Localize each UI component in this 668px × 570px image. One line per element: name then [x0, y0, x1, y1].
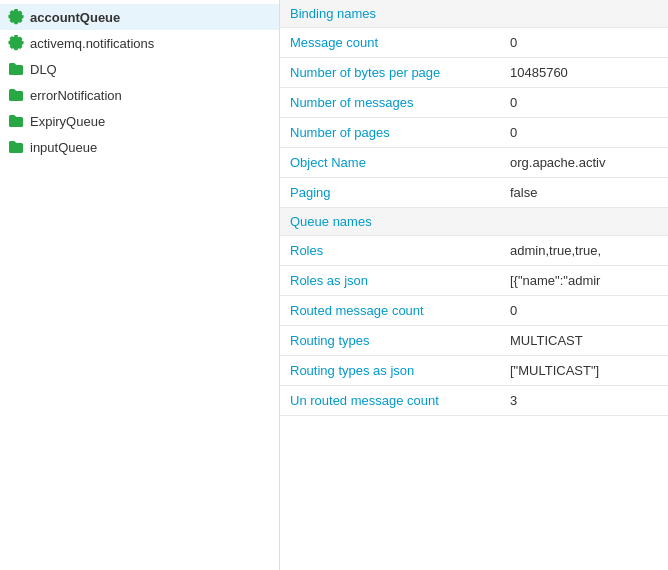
table-row: Message count0 [280, 28, 668, 58]
gear-icon [8, 35, 24, 51]
section-label: Binding names [280, 0, 668, 28]
table-row: Object Nameorg.apache.activ [280, 148, 668, 178]
gear-icon [8, 9, 24, 25]
sidebar-item-DLQ[interactable]: DLQ [0, 56, 279, 82]
section-label: Queue names [280, 208, 668, 236]
sidebar-item-label: activemq.notifications [30, 36, 154, 51]
sidebar-item-ExpiryQueue[interactable]: ExpiryQueue [0, 108, 279, 134]
table-row: Number of pages0 [280, 118, 668, 148]
sidebar-item-inputQueue[interactable]: inputQueue [0, 134, 279, 160]
table-section-header: Binding names [280, 0, 668, 28]
property-key: Message count [280, 28, 500, 58]
table-row: Un routed message count3 [280, 386, 668, 416]
property-key: Number of pages [280, 118, 500, 148]
property-value: 0 [500, 28, 668, 58]
property-key: Roles [280, 236, 500, 266]
table-row: Routing typesMULTICAST [280, 326, 668, 356]
property-key: Routing types [280, 326, 500, 356]
sidebar-item-label: inputQueue [30, 140, 97, 155]
sidebar-item-activemq.notifications[interactable]: activemq.notifications [0, 30, 279, 56]
property-value: 0 [500, 118, 668, 148]
property-value: false [500, 178, 668, 208]
sidebar-item-label: accountQueue [30, 10, 120, 25]
folder-icon [8, 61, 24, 77]
table-row: Routing types as json["MULTICAST"] [280, 356, 668, 386]
sidebar-item-errorNotification[interactable]: errorNotification [0, 82, 279, 108]
property-value: 0 [500, 296, 668, 326]
property-value: MULTICAST [500, 326, 668, 356]
sidebar-item-label: ExpiryQueue [30, 114, 105, 129]
table-row: Number of bytes per page10485760 [280, 58, 668, 88]
table-section-header: Queue names [280, 208, 668, 236]
property-key: Un routed message count [280, 386, 500, 416]
table-row: Pagingfalse [280, 178, 668, 208]
property-value: 10485760 [500, 58, 668, 88]
property-key: Number of bytes per page [280, 58, 500, 88]
property-key: Routing types as json [280, 356, 500, 386]
property-key: Number of messages [280, 88, 500, 118]
sidebar-item-label: errorNotification [30, 88, 122, 103]
property-key: Roles as json [280, 266, 500, 296]
sidebar-item-accountQueue[interactable]: accountQueue [0, 4, 279, 30]
main-content: Binding namesMessage count0Number of byt… [280, 0, 668, 570]
table-row: Routed message count0 [280, 296, 668, 326]
folder-icon [8, 113, 24, 129]
folder-icon [8, 87, 24, 103]
properties-table: Binding namesMessage count0Number of byt… [280, 0, 668, 416]
property-value: admin,true,true, [500, 236, 668, 266]
property-value: [{"name":"admir [500, 266, 668, 296]
property-value: 0 [500, 88, 668, 118]
sidebar-item-label: DLQ [30, 62, 57, 77]
property-value: org.apache.activ [500, 148, 668, 178]
table-row: Number of messages0 [280, 88, 668, 118]
sidebar: accountQueueactivemq.notificationsDLQerr… [0, 0, 280, 570]
property-key: Routed message count [280, 296, 500, 326]
table-row: Rolesadmin,true,true, [280, 236, 668, 266]
property-key: Object Name [280, 148, 500, 178]
property-value: 3 [500, 386, 668, 416]
property-value: ["MULTICAST"] [500, 356, 668, 386]
property-key: Paging [280, 178, 500, 208]
table-row: Roles as json[{"name":"admir [280, 266, 668, 296]
folder-icon [8, 139, 24, 155]
